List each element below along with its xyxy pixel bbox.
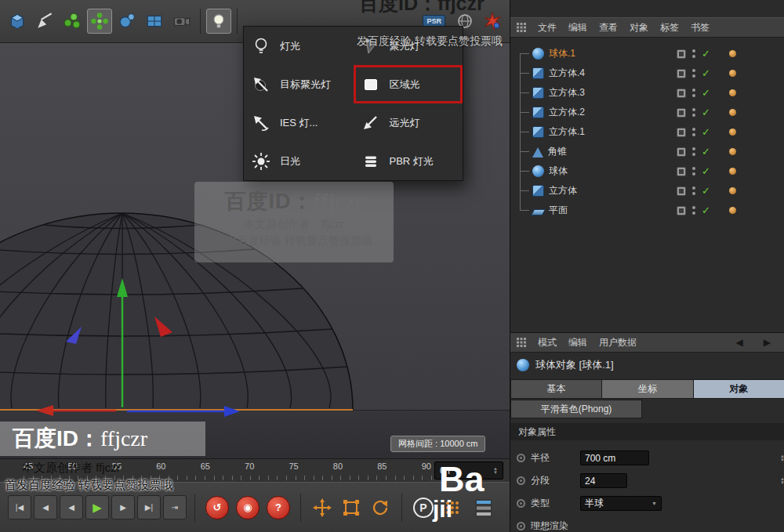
visibility-dots[interactable] xyxy=(692,49,695,58)
material-tag-icon[interactable] xyxy=(729,89,736,96)
camera-tool-button[interactable] xyxy=(169,9,194,34)
plane-tool-button[interactable] xyxy=(142,9,167,34)
play-button[interactable]: ▶ xyxy=(85,495,109,519)
cube-tool-button[interactable] xyxy=(5,9,30,34)
timeline-ruler[interactable]: 45 50 55 60 65 70 75 80 85 90 0 F ▲ ▼ xyxy=(0,458,510,482)
visibility-dots[interactable] xyxy=(692,186,695,195)
goto-end-button[interactable]: ▶| xyxy=(137,495,161,519)
visibility-dots[interactable] xyxy=(692,108,695,117)
keyframe-dot-icon[interactable] xyxy=(517,522,525,530)
metaball-tool-button[interactable] xyxy=(114,9,140,34)
tab-object[interactable]: 对象 xyxy=(694,379,784,399)
material-tag-icon[interactable] xyxy=(729,70,736,77)
object-row[interactable]: 立方体 ✓ xyxy=(510,181,784,201)
cluster-tool-button[interactable] xyxy=(87,9,112,34)
visibility-dots[interactable] xyxy=(692,206,695,215)
record-button[interactable]: ◉ xyxy=(236,496,260,519)
visibility-dots[interactable] xyxy=(692,128,695,136)
dots-grid-button[interactable] xyxy=(439,494,466,521)
tab-phong[interactable]: 平滑着色(Phong) xyxy=(510,400,642,418)
help-button[interactable]: ? xyxy=(267,496,290,519)
enabled-check-icon[interactable]: ✓ xyxy=(702,87,710,99)
om-menu-edit[interactable]: 编辑 xyxy=(568,21,587,34)
layer-toggle-icon[interactable] xyxy=(677,108,686,118)
enabled-check-icon[interactable]: ✓ xyxy=(702,146,710,157)
menu-item-target-spotlight[interactable]: 目标聚光灯 xyxy=(244,65,354,103)
object-name[interactable]: 立方体.4 xyxy=(549,67,585,80)
enabled-check-icon[interactable]: ✓ xyxy=(702,126,710,138)
spinner-down-icon[interactable]: ▼ xyxy=(493,471,498,475)
attr-menu-userdata[interactable]: 用户数据 xyxy=(599,336,637,349)
enabled-check-icon[interactable]: ✓ xyxy=(702,165,710,177)
material-tag-icon[interactable] xyxy=(729,148,736,155)
segments-spinner[interactable]: ▲ ▼ xyxy=(780,477,784,485)
type-dropdown[interactable]: 半球 ▼ xyxy=(580,496,662,511)
object-row[interactable]: 立方体.4 ✓ xyxy=(510,63,784,83)
layer-toggle-icon[interactable] xyxy=(677,186,686,196)
object-row[interactable]: 立方体.2 ✓ xyxy=(510,103,784,122)
object-name[interactable]: 球体.1 xyxy=(549,47,575,60)
current-frame-field[interactable]: 0 F ▲ ▼ xyxy=(434,461,503,480)
object-row[interactable]: 球体 ✓ xyxy=(510,161,784,181)
history-back-icon[interactable]: ◀ xyxy=(736,337,743,348)
material-tag-icon[interactable] xyxy=(729,207,736,214)
scale-tool-button[interactable] xyxy=(338,494,365,521)
menu-item-pbr-light[interactable]: PBR 灯光 xyxy=(354,142,463,180)
visibility-dots[interactable] xyxy=(692,147,695,156)
next-frame-button[interactable]: ▶ xyxy=(111,495,135,519)
segments-input[interactable]: 24 xyxy=(580,473,627,488)
hemisphere-object[interactable] xyxy=(0,213,353,410)
attr-menu-edit[interactable]: 编辑 xyxy=(568,336,587,349)
object-row[interactable]: 角锥 ✓ xyxy=(510,142,784,161)
spinner-down-icon[interactable]: ▼ xyxy=(780,458,784,462)
tab-coordinates[interactable]: 坐标 xyxy=(602,379,693,399)
om-menu-tag[interactable]: 标签 xyxy=(660,21,679,34)
object-name[interactable]: 平面 xyxy=(549,204,568,217)
panel-grid-icon[interactable] xyxy=(517,338,526,347)
object-row[interactable]: 平面 ✓ xyxy=(510,201,784,220)
object-name[interactable]: 角锥 xyxy=(548,145,567,158)
material-tag-icon[interactable] xyxy=(729,109,736,116)
menu-item-area-light[interactable]: 区域光 xyxy=(354,65,463,103)
next-key-button[interactable]: ⇥ xyxy=(163,495,187,519)
layer-toggle-icon[interactable] xyxy=(677,167,686,176)
object-name[interactable]: 球体 xyxy=(549,165,568,178)
om-menu-file[interactable]: 文件 xyxy=(538,21,557,34)
visibility-dots[interactable] xyxy=(692,69,695,78)
object-name[interactable]: 立方体.1 xyxy=(549,125,585,139)
layer-toggle-icon[interactable] xyxy=(677,69,686,78)
om-menu-view[interactable]: 查看 xyxy=(599,21,618,34)
pen-tool-button[interactable] xyxy=(32,9,57,34)
layout-switch-button[interactable] xyxy=(470,494,497,521)
layer-toggle-icon[interactable] xyxy=(677,128,686,137)
record-undo-button[interactable]: ↺ xyxy=(205,496,229,519)
enabled-check-icon[interactable]: ✓ xyxy=(702,107,710,118)
keyframe-dot-icon[interactable] xyxy=(517,476,525,485)
frame-spinner[interactable]: ▲ ▼ xyxy=(493,467,498,475)
tab-basic[interactable]: 基本 xyxy=(510,379,602,399)
om-menu-bookmark[interactable]: 书签 xyxy=(691,21,710,34)
history-forward-icon[interactable]: ▶ xyxy=(764,337,771,348)
material-tag-icon[interactable] xyxy=(729,128,736,136)
move-tool-button[interactable] xyxy=(309,494,336,521)
visibility-dots[interactable] xyxy=(692,89,695,97)
prev-key-button[interactable]: ◀ xyxy=(34,495,57,519)
parent-tool-button[interactable]: P xyxy=(410,494,437,521)
rotate-tool-button[interactable] xyxy=(367,494,394,521)
object-name[interactable]: 立方体 xyxy=(549,184,577,197)
visibility-dots[interactable] xyxy=(692,167,695,176)
object-row[interactable]: 立方体.3 ✓ xyxy=(510,83,784,103)
object-name[interactable]: 立方体.3 xyxy=(549,86,585,100)
panel-grid-icon[interactable] xyxy=(517,23,526,32)
light-tool-button[interactable] xyxy=(206,9,231,34)
enabled-check-icon[interactable]: ✓ xyxy=(702,67,710,79)
layer-toggle-icon[interactable] xyxy=(677,147,686,157)
keyframe-dot-icon[interactable] xyxy=(517,499,525,508)
layer-toggle-icon[interactable] xyxy=(677,49,686,59)
spinner-down-icon[interactable]: ▼ xyxy=(780,481,784,485)
enabled-check-icon[interactable]: ✓ xyxy=(702,204,710,216)
snap-icon[interactable] xyxy=(480,9,505,34)
object-name[interactable]: 立方体.2 xyxy=(549,106,585,119)
om-menu-object[interactable]: 对象 xyxy=(630,21,648,34)
radius-input[interactable]: 700 cm xyxy=(580,451,649,465)
